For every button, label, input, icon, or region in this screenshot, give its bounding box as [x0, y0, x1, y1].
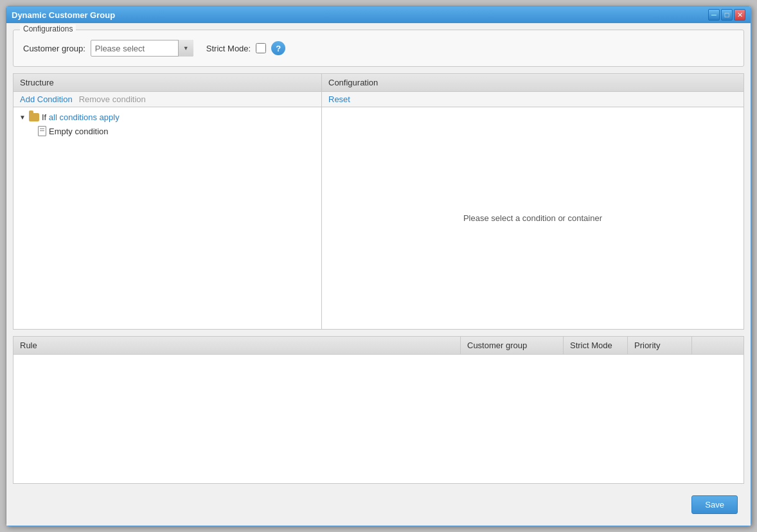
empty-condition-item[interactable]: Empty condition — [33, 124, 321, 138]
remove-condition-button[interactable]: Remove condition — [79, 94, 146, 104]
reset-button[interactable]: Reset — [328, 94, 350, 104]
column-priority: Priority — [628, 337, 692, 354]
strict-mode-label: Strict Mode: — [206, 44, 251, 53]
add-condition-button[interactable]: Add Condition — [20, 94, 73, 104]
structure-panel: Structure Add Condition Remove condition… — [13, 74, 322, 329]
all-conditions-link[interactable]: all conditions apply — [49, 112, 120, 122]
main-panels: Structure Add Condition Remove condition… — [13, 73, 744, 330]
tree-root-item[interactable]: ▼ If all conditions apply — [13, 111, 321, 124]
window-title: Dynamic Customer Group — [12, 10, 115, 20]
bottom-table: Rule Customer group Strict Mode Priority — [13, 336, 744, 484]
configurations-legend: Configurations — [20, 24, 76, 33]
configurations-panel: Configurations Customer group: Please se… — [13, 30, 744, 67]
document-icon — [38, 126, 46, 136]
structure-toolbar: Add Condition Remove condition — [13, 92, 321, 107]
configuration-panel-body: Please select a condition or container — [322, 107, 744, 329]
tree-child-container: Empty condition — [13, 124, 321, 138]
configuration-header: Configuration — [322, 74, 744, 92]
help-button[interactable]: ? — [271, 41, 285, 55]
main-window: Dynamic Customer Group ─ □ ✕ Configurati… — [6, 6, 751, 526]
customer-group-select[interactable]: Please select — [91, 40, 193, 57]
save-button[interactable]: Save — [691, 495, 738, 514]
structure-panel-body: ▼ If all conditions apply Empty conditio… — [13, 107, 321, 329]
folder-icon — [29, 113, 39, 121]
bottom-bar: Save — [13, 490, 744, 519]
config-row: Customer group: Please select Strict Mod… — [23, 40, 734, 57]
column-action — [692, 337, 744, 354]
tree-container: ▼ If all conditions apply Empty conditio… — [13, 107, 321, 141]
customer-group-field: Customer group: Please select — [23, 40, 193, 57]
configuration-panel: Configuration Reset Please select a cond… — [322, 74, 744, 329]
maximize-button[interactable]: □ — [721, 9, 733, 21]
tree-root-text: If all conditions apply — [42, 112, 120, 122]
window-controls: ─ □ ✕ — [708, 9, 745, 21]
empty-condition-text: Empty condition — [49, 127, 109, 136]
window-content: Configurations Customer group: Please se… — [6, 23, 751, 526]
column-rule: Rule — [13, 337, 461, 354]
customer-group-dropdown-wrapper: Please select — [91, 40, 193, 57]
table-body — [13, 355, 744, 483]
strict-mode-field: Strict Mode: ? — [206, 41, 285, 55]
strict-mode-checkbox[interactable] — [256, 43, 266, 53]
config-placeholder-text: Please select a condition or container — [463, 213, 602, 223]
column-customer-group: Customer group — [461, 337, 564, 354]
configuration-toolbar: Reset — [322, 92, 744, 107]
tree-toggle-icon[interactable]: ▼ — [19, 114, 26, 121]
title-bar: Dynamic Customer Group ─ □ ✕ — [6, 6, 751, 23]
customer-group-label: Customer group: — [23, 44, 85, 53]
column-strict-mode: Strict Mode — [564, 337, 628, 354]
table-header: Rule Customer group Strict Mode Priority — [13, 337, 744, 355]
minimize-button[interactable]: ─ — [708, 9, 720, 21]
structure-header: Structure — [13, 74, 321, 92]
root-text-prefix: If — [42, 112, 49, 122]
close-button[interactable]: ✕ — [734, 9, 745, 21]
